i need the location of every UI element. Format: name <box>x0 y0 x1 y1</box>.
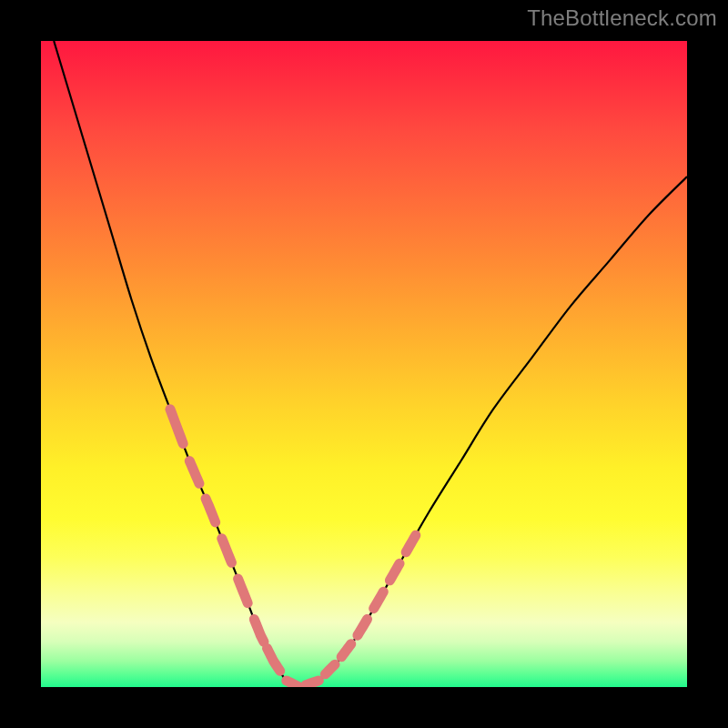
dash-segment <box>341 644 351 657</box>
dash-segment <box>254 619 264 642</box>
bottleneck-curve <box>54 41 687 687</box>
curve-path-group <box>54 41 687 687</box>
dash-segment <box>325 664 335 674</box>
dash-segment <box>306 681 318 685</box>
dash-segment <box>374 592 384 608</box>
chart-frame: TheBottleneck.com <box>0 0 728 728</box>
dash-segment <box>406 535 416 552</box>
plot-area <box>41 41 687 687</box>
dash-segment <box>389 563 399 581</box>
dash-segment <box>170 410 183 444</box>
watermark-text: TheBottleneck.com <box>527 5 717 31</box>
bottleneck-curve-svg <box>41 41 687 687</box>
dash-segment <box>206 499 216 522</box>
dash-segment <box>189 461 199 484</box>
dash-overlay <box>170 410 416 687</box>
dash-segment <box>287 681 299 687</box>
dash-segment <box>222 539 232 563</box>
dash-segment <box>238 579 248 603</box>
dash-segment <box>358 619 368 635</box>
dash-segment <box>268 648 280 671</box>
